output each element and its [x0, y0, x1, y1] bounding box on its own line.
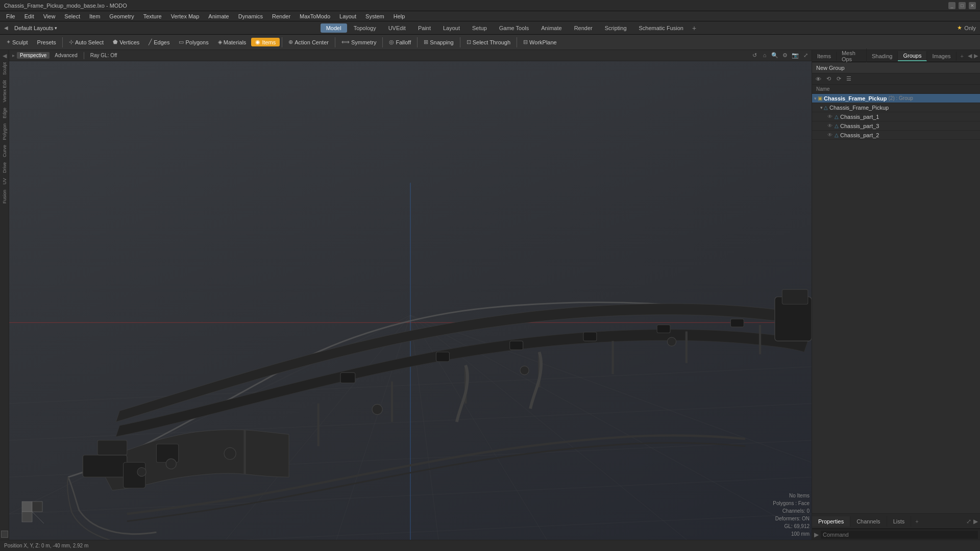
groups-toolbar-icon-3[interactable]: ⟳	[835, 75, 843, 83]
groups-toolbar-icon-4[interactable]: ☰	[845, 75, 853, 83]
action-center-button[interactable]: ⊕ Action Center	[284, 38, 333, 46]
auto-select-button[interactable]: ⊹ Auto Select	[65, 38, 108, 46]
sidebar-tab-fusion[interactable]: Fusion	[1, 188, 8, 206]
vertices-button[interactable]: ⬟ Vertices	[109, 38, 143, 46]
tree-item-chassis-part-1[interactable]: 👁 △ Chassis_part_1	[812, 112, 980, 121]
viewport-container[interactable]: ▸ Perspective Advanced Ray GL: Off ↺ ⌂ 🔍…	[9, 50, 812, 540]
menu-vertex-map[interactable]: Vertex Map	[167, 12, 204, 20]
tab-render[interactable]: Render	[569, 23, 598, 33]
add-panel-tab-button[interactable]: +	[957, 52, 968, 61]
sidebar-tab-sculpt[interactable]: Sculpt	[1, 60, 8, 77]
tab-properties[interactable]: Properties	[812, 516, 850, 527]
tree-item-chassis-part-2[interactable]: 👁 △ Chassis_part_2	[812, 131, 980, 140]
default-layouts-button[interactable]: Default Layouts ▾	[10, 24, 61, 32]
tab-items[interactable]: Items	[812, 52, 837, 61]
menu-geometry[interactable]: Geometry	[105, 12, 138, 20]
groups-toolbar-icon-1[interactable]: 👁	[814, 75, 822, 83]
sculpt-icon: ✦	[6, 39, 11, 45]
tab-layout[interactable]: Layout	[437, 23, 465, 33]
tree-item-chassis-frame-pickup-mesh[interactable]: ▾ △ Chassis_Frame_Pickup	[812, 103, 980, 112]
tab-model[interactable]: Model	[321, 23, 347, 33]
sculpt-button[interactable]: ✦ Sculpt	[2, 38, 32, 46]
toolbar-separator-6	[460, 37, 460, 47]
svg-line-3	[410, 315, 451, 540]
tab-scripting[interactable]: Scripting	[599, 23, 632, 33]
tab-topology[interactable]: Topology	[348, 23, 382, 33]
sidebar-tab-vertex-edit[interactable]: Vertex Edit	[1, 78, 8, 105]
sidebar-tab-polygon[interactable]: Polygon	[1, 121, 8, 142]
app-title: Chassis_Frame_Pickup_modo_base.lxo - MOD…	[4, 3, 127, 9]
materials-button[interactable]: ◈ Materials	[214, 38, 251, 46]
new-group-button[interactable]: New Group	[812, 62, 980, 73]
viewport-canvas[interactable]: No Items Polygons : Face Channels: 0 Def…	[9, 61, 812, 540]
menu-render[interactable]: Render	[268, 12, 295, 20]
sidebar-tab-drive[interactable]: Drive	[1, 160, 8, 175]
menu-file[interactable]: File	[2, 12, 19, 20]
ray-gl-button[interactable]: Ray GL: Off	[87, 52, 120, 59]
viewport-icon-settings[interactable]: ⚙	[781, 51, 789, 59]
command-input[interactable]	[821, 531, 978, 539]
viewport-icon-camera[interactable]: 📷	[791, 51, 799, 59]
right-panel-expand-left[interactable]: ◀	[968, 53, 972, 59]
window-controls[interactable]: _ □ ✕	[948, 2, 976, 9]
select-through-button[interactable]: ⊡ Select Through	[462, 38, 514, 46]
tab-paint[interactable]: Paint	[412, 23, 436, 33]
tab-schematic-fusion[interactable]: Schematic Fusion	[633, 23, 689, 33]
close-button[interactable]: ✕	[969, 2, 976, 9]
sidebar-tab-edge[interactable]: Edge	[1, 106, 8, 120]
tab-mesh-ops[interactable]: Mesh Ops	[837, 48, 867, 64]
tab-images[interactable]: Images	[927, 52, 956, 61]
workplane-button[interactable]: ⊟ WorkPlane	[519, 38, 561, 46]
viewport-icon-home[interactable]: ⌂	[761, 51, 769, 59]
viewport-expand-icon[interactable]: ▸	[12, 53, 15, 58]
right-panel-expand-right[interactable]: ▶	[974, 53, 978, 59]
viewport-icon-expand[interactable]: ⤢	[801, 51, 810, 59]
advanced-button[interactable]: Advanced	[52, 52, 80, 59]
menu-layout[interactable]: Layout	[335, 12, 360, 20]
tab-groups[interactable]: Groups	[898, 51, 927, 61]
viewport-svg	[9, 61, 812, 540]
sidebar-bottom-icon[interactable]	[1, 531, 8, 538]
maximize-button[interactable]: □	[959, 2, 966, 9]
add-tab-button[interactable]: +	[690, 24, 698, 32]
falloff-button[interactable]: ◎ Falloff	[385, 38, 415, 46]
groups-toolbar-icon-2[interactable]: ⟲	[824, 75, 832, 83]
menu-system[interactable]: System	[361, 12, 388, 20]
polygons-button[interactable]: ▭ Polygons	[175, 38, 212, 46]
tab-uvedit[interactable]: UVEdit	[383, 23, 411, 33]
menu-item[interactable]: Item	[85, 12, 104, 20]
menu-texture[interactable]: Texture	[139, 12, 166, 20]
bottom-panel-expand-icon[interactable]: ⤢	[966, 518, 971, 525]
main-area: ◀ Sculpt Vertex Edit Edge Polygon Curve …	[0, 50, 980, 540]
menu-animate[interactable]: Animate	[204, 12, 233, 20]
tab-channels[interactable]: Channels	[850, 516, 887, 527]
tree-item-chassis-part-3[interactable]: 👁 △ Chassis_part_3	[812, 121, 980, 131]
menu-help[interactable]: Help	[389, 12, 409, 20]
minimize-button[interactable]: _	[948, 2, 955, 9]
perspective-view-button[interactable]: Perspective	[17, 52, 50, 59]
menu-dynamics[interactable]: Dynamics	[234, 12, 267, 20]
presets-button[interactable]: Presets	[33, 38, 60, 46]
menu-view[interactable]: View	[39, 12, 60, 20]
tab-lists[interactable]: Lists	[887, 516, 912, 527]
add-bottom-tab-button[interactable]: +	[911, 516, 922, 527]
sidebar-collapse-icon[interactable]: ◀	[1, 52, 8, 59]
tab-game-tools[interactable]: Game Tools	[494, 23, 535, 33]
symmetry-button[interactable]: ⟺ Symmetry	[337, 38, 381, 46]
bottom-panel-icon-2[interactable]: ▶	[973, 518, 978, 525]
menu-edit[interactable]: Edit	[20, 12, 38, 20]
edges-button[interactable]: ╱ Edges	[144, 38, 174, 46]
snapping-button[interactable]: ⊞ Snapping	[420, 38, 458, 46]
tab-setup[interactable]: Setup	[467, 23, 493, 33]
tab-animate[interactable]: Animate	[535, 23, 567, 33]
only-button[interactable]: ★ Only	[957, 24, 976, 31]
tab-shading[interactable]: Shading	[867, 52, 898, 61]
tree-item-chassis-frame-pickup-group[interactable]: ▾ ▣ Chassis_Frame_Pickup (2) : Group	[812, 94, 980, 103]
menu-select[interactable]: Select	[60, 12, 84, 20]
sidebar-tab-curve[interactable]: Curve	[1, 143, 8, 159]
items-button[interactable]: ◉ Items	[251, 38, 280, 46]
menu-maxtomode[interactable]: MaxToModo	[296, 12, 334, 20]
sidebar-tab-uv[interactable]: UV	[1, 176, 8, 187]
viewport-icon-search[interactable]: 🔍	[771, 51, 779, 59]
viewport-icon-reset[interactable]: ↺	[750, 51, 758, 59]
